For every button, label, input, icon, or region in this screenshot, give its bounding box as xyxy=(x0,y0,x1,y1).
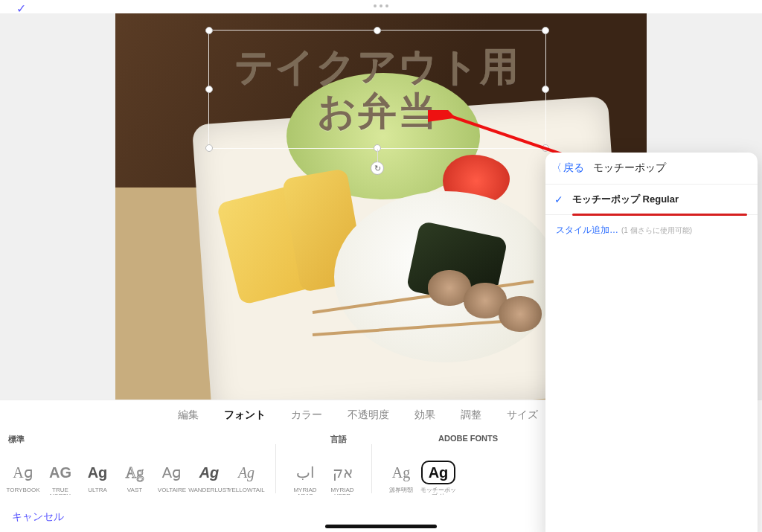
more-dots-icon[interactable] xyxy=(374,4,388,7)
font-swatch[interactable]: AGTRUE NORTH xyxy=(42,461,79,495)
tab-font[interactable]: フォント xyxy=(224,408,266,422)
font-swatch[interactable]: AgYELLOWTAIL xyxy=(228,461,265,495)
font-style-name: モッチーポップ Regular xyxy=(572,193,679,206)
popover-title: モッチーポップ xyxy=(593,161,666,175)
font-swatch[interactable]: AgULTRA xyxy=(79,461,116,495)
text-content: テイクアウト用 お弁当 xyxy=(234,45,520,134)
resize-handle-tm[interactable] xyxy=(374,27,381,34)
cancel-button[interactable]: キャンセル xyxy=(12,510,64,524)
font-swatch[interactable]: AɡTORYBOOK xyxy=(4,461,42,495)
tab-color[interactable]: カラー xyxy=(291,408,322,422)
tab-adjust[interactable]: 調整 xyxy=(461,408,481,422)
popover-back-button[interactable]: 〈 戻る xyxy=(551,161,584,175)
resize-handle-tl[interactable] xyxy=(205,27,213,34)
group-title-standard: 標準 xyxy=(8,434,25,445)
rotate-handle[interactable]: ↻ xyxy=(371,161,384,175)
font-style-row[interactable]: ✓ モッチーポップ Regular xyxy=(545,185,758,215)
tab-opacity[interactable]: 不透明度 xyxy=(348,408,389,422)
tab-size[interactable]: サイズ xyxy=(507,408,538,422)
meat xyxy=(499,296,542,332)
text-layer[interactable]: テイクアウト用 お弁当 ↻ xyxy=(208,30,546,149)
font-swatch[interactable]: AgWANDERLUST xyxy=(190,461,228,495)
resize-handle-tr[interactable] xyxy=(542,27,549,34)
top-bar: ✓ xyxy=(0,0,762,13)
font-swatch-selected[interactable]: Agモッチーポップ せ xyxy=(420,461,457,495)
tab-edit[interactable]: 編集 xyxy=(178,408,199,422)
group-title-language: 言語 xyxy=(330,434,347,445)
divider xyxy=(275,444,276,493)
check-icon: ✓ xyxy=(554,193,565,205)
home-indicator xyxy=(325,525,437,528)
font-swatch[interactable]: Ag源界明朝 xyxy=(382,461,420,495)
font-style-popover: 〈 戻る モッチーポップ ✓ モッチーポップ Regular スタイル追加…(1… xyxy=(545,153,758,532)
resize-handle-bl[interactable] xyxy=(205,144,213,152)
group-title-adobe: ADOBE FONTS xyxy=(438,434,498,443)
add-style-row[interactable]: スタイル追加…(1 個さらに使用可能) xyxy=(545,216,758,245)
chevron-left-icon: 〈 xyxy=(551,161,562,175)
resize-handle-mr[interactable] xyxy=(542,86,549,93)
divider xyxy=(371,444,372,493)
resize-handle-ml[interactable] xyxy=(205,86,213,93)
font-swatch[interactable]: אקMYRIAD HEBR xyxy=(324,461,361,495)
font-swatch[interactable]: AɡVOLTAIRE xyxy=(153,461,190,495)
resize-handle-br[interactable] xyxy=(542,144,549,152)
font-swatch[interactable]: ابMYRIAD ARAB xyxy=(286,461,324,495)
font-swatch[interactable]: AgVAST xyxy=(116,461,153,495)
tab-effects[interactable]: 効果 xyxy=(414,408,435,422)
